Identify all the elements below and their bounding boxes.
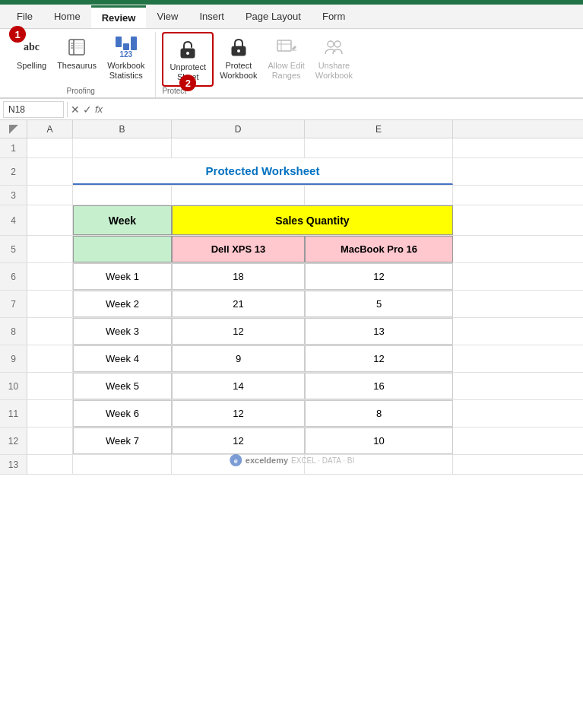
unshare-workbook-button[interactable]: UnshareWorkbook [311,32,357,85]
cell-a1[interactable] [27,138,73,157]
col-header-e[interactable]: E [305,120,453,138]
protect-workbook-label: ProtectWorkbook [220,61,257,81]
cell-d7[interactable]: 21 [172,291,305,317]
rownum-7: 7 [0,291,27,317]
tab-file[interactable]: File [6,6,43,27]
row9-mac: 12 [373,353,384,364]
thesaurus-button[interactable]: Thesaurus [52,32,101,85]
row-3: 3 [0,186,583,205]
protect-workbook-button[interactable]: ProtectWorkbook [215,32,261,85]
watermark: e exceldemy EXCEL · DATA · BI [229,453,354,467]
cell-b8[interactable]: Week 3 [73,318,172,345]
cell-d12[interactable]: 12 [172,428,305,454]
confirm-formula-icon[interactable]: ✓ [83,103,92,116]
cell-b13[interactable] [73,455,172,474]
cell-a6[interactable] [27,263,73,290]
badge-2: 2 [179,75,196,91]
cell-a13[interactable] [27,455,73,474]
col-header-d[interactable]: D [172,120,305,138]
cell-a12[interactable] [27,428,73,454]
row-4: 4 Week Sales Quantity [0,205,583,236]
tab-insert[interactable]: Insert [189,6,235,27]
cell-e7[interactable]: 5 [305,291,453,317]
cell-d5-dell[interactable]: Dell XPS 13 [172,236,305,262]
cell-e12[interactable]: 10 [305,428,453,454]
cancel-formula-icon[interactable]: ✕ [71,103,80,116]
rownum-11: 11 [0,400,27,427]
cell-e8[interactable]: 13 [305,318,453,345]
cell-a9[interactable] [27,345,73,372]
cell-a11[interactable] [27,400,73,427]
svg-rect-0 [69,40,84,55]
cell-a2[interactable] [27,158,73,185]
row-7: 7 Week 2 21 5 [0,291,583,318]
tab-review[interactable]: Review [91,5,147,28]
cell-e10[interactable]: 16 [305,373,453,399]
cell-e1[interactable] [305,138,453,157]
ribbon-content: 1 abc Spelling [0,29,583,99]
cell-b7[interactable]: Week 2 [73,291,172,317]
workbook-statistics-button[interactable]: 123 WorkbookStatistics [103,32,149,85]
cell-b10[interactable]: Week 5 [73,373,172,399]
cell-b1[interactable] [73,138,172,157]
cell-b5[interactable] [73,236,172,262]
cell-b11[interactable]: Week 6 [73,400,172,427]
cell-b2-title[interactable]: Protected Worksheet [73,158,453,185]
cell-d11[interactable]: 12 [172,400,305,427]
row-10: 10 Week 5 14 16 [0,373,583,400]
row8-mac: 13 [373,326,384,337]
tab-home[interactable]: Home [43,6,91,27]
cell-b4-week[interactable]: Week [73,205,172,235]
row-9: 9 Week 4 9 12 [0,345,583,373]
cell-d4-sales-qty[interactable]: Sales Quantity [172,205,453,235]
col-header-a[interactable]: A [27,120,73,138]
svg-point-9 [186,52,189,55]
tab-view[interactable]: View [146,6,189,27]
cell-a10[interactable] [27,373,73,399]
cell-b12[interactable]: Week 7 [73,428,172,454]
cell-d10[interactable]: 14 [172,373,305,399]
row7-week: Week 2 [106,298,139,310]
cell-e9[interactable]: 12 [305,345,453,372]
cell-b3[interactable] [73,186,172,205]
week-header: Week [109,215,136,227]
cell-a5[interactable] [27,236,73,262]
cell-a3[interactable] [27,186,73,205]
rownum-3: 3 [0,186,27,205]
row-8: 8 Week 3 12 13 [0,318,583,345]
cell-d8[interactable]: 12 [172,318,305,345]
name-box[interactable]: N18 [3,101,64,118]
tab-page-layout[interactable]: Page Layout [235,6,312,27]
cell-a7[interactable] [27,291,73,317]
allow-edit-ranges-label: Allow EditRanges [268,61,304,81]
rownum-10: 10 [0,373,27,399]
cell-a4[interactable] [27,205,73,235]
protect-group: 2 U [156,32,363,97]
col-header-b[interactable]: B [73,120,172,138]
cell-a8[interactable] [27,318,73,345]
row7-dell: 21 [233,298,243,310]
cell-d3[interactable] [172,186,305,205]
cell-b6[interactable]: Week 1 [73,263,172,290]
row12-week: Week 7 [106,435,139,447]
cell-d6[interactable]: 18 [172,263,305,290]
rownum-12: 12 [0,428,27,454]
protect-buttons: 2 U [162,32,357,87]
cell-d1[interactable] [172,138,305,157]
cell-b9[interactable]: Week 4 [73,345,172,372]
formula-input[interactable] [106,103,580,115]
cell-e11[interactable]: 8 [305,400,453,427]
allow-edit-ranges-button[interactable]: Allow EditRanges [263,32,309,85]
cell-d9[interactable]: 9 [172,345,305,372]
tab-form[interactable]: Form [312,6,356,27]
cell-e6[interactable]: 12 [305,263,453,290]
rownum-4: 4 [0,205,27,235]
svg-point-17 [334,41,341,47]
row12-mac: 10 [373,435,384,447]
unprotect-sheet-wrap: 2 U [162,32,214,87]
cell-e5-mac[interactable]: MacBook Pro 16 [305,236,453,262]
sales-qty-header: Sales Quantity [275,215,349,227]
cell-e3[interactable] [305,186,453,205]
row-2: 2 Protected Worksheet [0,158,583,186]
row-12: 12 Week 7 12 10 [0,428,583,455]
